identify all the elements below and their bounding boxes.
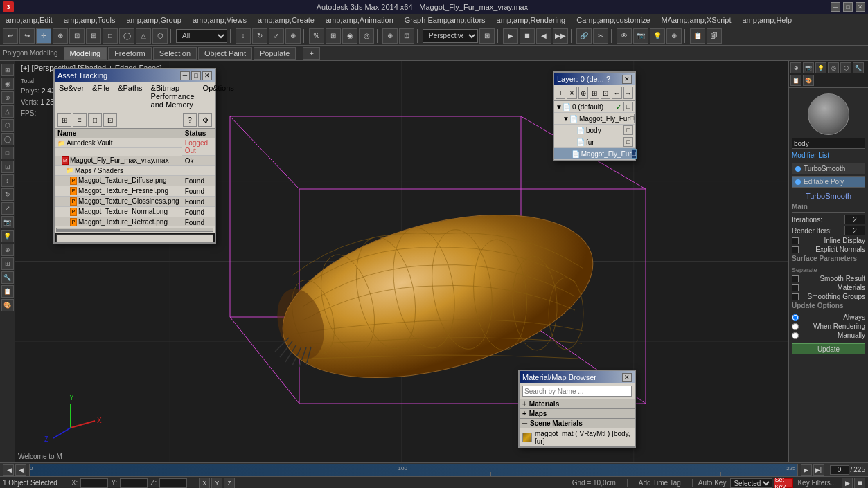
left-icon-17[interactable]: 📋 (1, 285, 14, 298)
toolbar-btn-5[interactable]: ⊡ (69, 28, 85, 44)
toolbar-rotate-btn[interactable]: ↻ (252, 28, 267, 44)
asset-scroll-track[interactable] (56, 228, 213, 232)
left-icon-12[interactable]: 📷 (1, 216, 14, 228)
asset-tracking-minimize[interactable]: ─ (180, 71, 190, 80)
menu-item-graph[interactable]: Graph Eamp;amp;ditors (402, 16, 488, 24)
minimize-button[interactable]: ─ (831, 2, 840, 12)
toolbar-btn-13[interactable]: ⊕ (285, 28, 301, 44)
toolbar-btn-29[interactable]: 💡 (650, 28, 665, 44)
modifier-edpoly[interactable]: Editable Poly (792, 176, 865, 188)
left-icon-9[interactable]: ↕ (1, 174, 14, 187)
ts-when-rendering-radio[interactable] (792, 323, 799, 330)
timeline-bar[interactable]: 0 100 225 (29, 464, 798, 476)
layer-delete-btn[interactable]: × (567, 87, 576, 99)
toolbar-btn-23[interactable]: ◀ (536, 28, 551, 44)
layer-item-fur[interactable]: 📄 fur □ (554, 136, 635, 148)
layer-vis-maggot[interactable]: □ (630, 114, 635, 123)
menu-item-tools[interactable]: amp;amp;Tools (61, 16, 118, 24)
toolbar-scale-btn[interactable]: ⤢ (269, 28, 284, 44)
left-icon-18[interactable]: 🎨 (1, 299, 14, 311)
mb-material-maggot[interactable]: maggot_mat ( VRayMtl ) [body, fur] (520, 428, 635, 446)
layer-item-maggot[interactable]: ▼ 📄 Maggot_Fly_Fur □ (554, 113, 635, 125)
toolbar-btn-2[interactable]: ↪ (19, 28, 35, 44)
toolbar-btn-32[interactable]: 🗐 (707, 28, 722, 44)
layer-vis-body[interactable]: □ (623, 125, 633, 135)
material-browser-search[interactable] (520, 383, 635, 399)
at-btn-1[interactable]: ⊞ (57, 113, 71, 127)
at-btn-4[interactable]: ⊡ (103, 113, 117, 127)
left-icon-1[interactable]: ⊞ (1, 64, 14, 76)
asset-scrollbar[interactable] (55, 226, 215, 233)
at-menu-server[interactable]: Se&ver (55, 83, 88, 109)
layer-close-btn[interactable]: ✕ (622, 75, 632, 84)
toolbar-btn-7[interactable]: □ (103, 28, 118, 44)
ts-smooth-cb[interactable] (792, 275, 799, 282)
tl-next-btn[interactable]: ▶ (801, 464, 812, 476)
layer-btn-4[interactable]: ⊞ (590, 87, 599, 99)
at-menu-paths[interactable]: &Paths (114, 83, 146, 109)
left-icon-4[interactable]: △ (1, 105, 14, 118)
toolbar-extra-btn-1[interactable]: + (303, 47, 319, 60)
asset-scroll-thumb[interactable] (57, 229, 120, 232)
layer-add-btn[interactable]: + (556, 87, 565, 99)
left-icon-7[interactable]: □ (1, 147, 14, 159)
rp-icon-2[interactable]: 📷 (803, 62, 814, 73)
at-btn-3[interactable]: □ (88, 113, 102, 127)
at-menu-file[interactable]: &File (88, 83, 114, 109)
tab-modeling[interactable]: Modeling (64, 47, 107, 60)
toolbar-btn-15[interactable]: ⊞ (326, 28, 341, 44)
tl-start-btn[interactable]: |◀ (3, 464, 14, 476)
rp-icon-7[interactable]: 📋 (790, 75, 801, 86)
toolbar-btn-21[interactable]: ▶ (503, 28, 518, 44)
rp-icon-6[interactable]: 🔧 (853, 62, 864, 73)
toolbar-btn-17[interactable]: ◎ (359, 28, 374, 44)
left-icon-5[interactable]: ⬡ (1, 119, 14, 132)
layer-btn-3[interactable]: ⊕ (578, 87, 588, 99)
at-btn-settings[interactable]: ⚙ (198, 113, 212, 127)
close-button[interactable]: ✕ (856, 2, 865, 12)
mb-section-maps[interactable]: + Maps (520, 409, 635, 419)
rp-icon-1[interactable]: ⊕ (790, 62, 801, 73)
viewport[interactable]: X Y Z (15, 61, 788, 462)
ts-explicit-cb[interactable] (792, 246, 799, 253)
left-icon-8[interactable]: ⊡ (1, 161, 14, 173)
menu-item-edit[interactable]: amp;amp;Edit (3, 16, 55, 24)
left-icon-2[interactable]: ◉ (1, 78, 14, 90)
left-icon-6[interactable]: ◯ (1, 133, 14, 145)
at-menu-options[interactable]: Op&tions (199, 83, 238, 109)
ts-iterations-input[interactable] (844, 215, 865, 224)
layer-vis-maggot2[interactable]: □ (632, 149, 637, 159)
x-input[interactable] (80, 478, 108, 488)
asset-path-input[interactable] (56, 234, 213, 242)
left-icon-10[interactable]: ↻ (1, 188, 14, 201)
material-search-input[interactable] (522, 386, 632, 397)
toolbar-btn-18[interactable]: ⊕ (382, 28, 398, 44)
menu-item-create[interactable]: amp;amp;Create (255, 16, 317, 24)
tab-populate[interactable]: Populate (254, 47, 296, 60)
material-browser-close[interactable]: ✕ (622, 373, 632, 382)
z-input[interactable] (159, 478, 187, 488)
toolbar-btn-16[interactable]: ◉ (342, 28, 357, 44)
asset-tracking-maximize[interactable]: □ (191, 71, 201, 80)
tab-object-paint[interactable]: Object Paint (198, 47, 252, 60)
mb-section-materials[interactable]: + Materials (520, 399, 635, 409)
layer-vis-fur[interactable]: □ (623, 137, 633, 147)
ts-manually-radio[interactable] (792, 332, 799, 339)
menu-item-views[interactable]: amp;amp;Views (190, 16, 249, 24)
lock-x-btn[interactable]: X (199, 478, 210, 489)
col-name[interactable]: Name (55, 129, 182, 138)
mb-section-scene[interactable]: ─ Scene Materials (520, 419, 635, 428)
menu-item-rendering[interactable]: amp;amp;Rendering (494, 16, 569, 24)
left-icon-13[interactable]: 💡 (1, 230, 14, 242)
toolbar-move-btn[interactable]: ↕ (236, 28, 251, 44)
filter-dropdown[interactable]: All Geometry Shapes Lights Cameras (176, 29, 227, 43)
toolbar-btn-25[interactable]: 🔗 (576, 28, 592, 44)
tl-prev-btn[interactable]: ◀ (15, 464, 26, 476)
left-icon-11[interactable]: ⤢ (1, 202, 14, 215)
toolbar-btn-30[interactable]: ⊕ (666, 28, 682, 44)
ts-inline-cb[interactable] (792, 237, 799, 244)
menu-item-maxscript[interactable]: MAamp;amp;XScript (659, 16, 734, 24)
toolbar-btn-9[interactable]: △ (136, 28, 151, 44)
layer-btn-5[interactable]: ⊡ (601, 87, 610, 99)
toolbar-btn-4[interactable]: ⊕ (53, 28, 68, 44)
